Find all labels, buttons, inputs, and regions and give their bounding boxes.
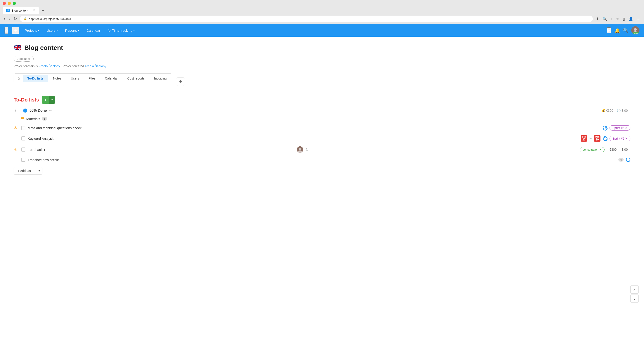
traffic-light-red[interactable] (3, 2, 6, 5)
consultation-close-icon[interactable]: ✕ (599, 148, 602, 151)
bookmark-icon[interactable]: ☆ (615, 16, 620, 22)
task-name[interactable]: Meta and technical questions check (28, 126, 600, 130)
forward-button[interactable]: › (8, 16, 11, 22)
refresh-button[interactable]: ↻ (13, 15, 18, 22)
task-name[interactable]: Translate new article (28, 158, 616, 162)
task-checkbox[interactable] (21, 158, 26, 162)
task-cost: €300 (610, 148, 616, 151)
sprint-badge[interactable]: Sprint #5 ✕ (610, 136, 630, 141)
download-icon[interactable]: ⬇ (595, 16, 600, 22)
lock-icon: 🔒 (24, 17, 27, 20)
created-link[interactable]: Freelo Šablony (85, 64, 106, 68)
back-button[interactable]: ‹ (3, 16, 6, 22)
traffic-light-green[interactable] (13, 2, 16, 5)
project-settings-button[interactable]: ⚙ (176, 77, 185, 86)
materials-icon: ☰ (21, 116, 24, 121)
feedback-avatar (297, 146, 303, 153)
warning-icon: ⚠ (14, 147, 19, 152)
status-dot (23, 108, 27, 113)
add-task-button[interactable]: + Add task (14, 167, 36, 175)
add-task-dropdown-button[interactable]: ▾ (36, 167, 42, 175)
nav-projects[interactable]: Projects ▾ (23, 25, 41, 36)
plus-icon: + (14, 27, 17, 33)
date-arrow-icon: → (589, 137, 592, 140)
address-bar[interactable]: 🔒 app.freelo.io/project/75353?dr=1 (20, 16, 593, 22)
todo-cost: 💰 €300 (601, 109, 613, 112)
date-from-badge: Dec 27 (581, 135, 587, 142)
play-icon: ▶ (607, 28, 610, 33)
share-icon[interactable]: ↑ (610, 16, 614, 22)
nav-reports[interactable]: Reports ▾ (63, 25, 81, 36)
zoom-icon[interactable]: 🔍 (602, 16, 608, 22)
add-label-button[interactable]: Add label (14, 56, 34, 62)
captain-link[interactable]: Freelo Šablony (39, 64, 60, 68)
svg-point-4 (604, 137, 607, 141)
sprint-badge[interactable]: Sprint #6 ✕ (610, 125, 630, 130)
warning-icon: ⚠ (14, 125, 19, 130)
traffic-light-yellow[interactable] (8, 2, 11, 5)
settings-icon: ⚙ (179, 80, 182, 84)
tab-files[interactable]: Files (84, 75, 100, 82)
sprint-close-icon[interactable]: ✕ (625, 137, 628, 140)
profile-icon[interactable]: 👤 (628, 16, 634, 22)
refresh-icon[interactable]: ↻ (306, 147, 308, 152)
sprint-close-icon[interactable]: ✕ (625, 126, 628, 130)
tab-cost-reports[interactable]: Cost reports (123, 75, 149, 82)
nav-calendar[interactable]: Calendar (84, 25, 102, 36)
task-checkbox[interactable] (21, 147, 26, 152)
task-status-circle[interactable] (603, 136, 607, 141)
tab-title: Blog content (12, 9, 28, 12)
home-button[interactable]: ⌂ (4, 27, 8, 34)
task-name[interactable]: Feedback 1 (28, 148, 294, 152)
play-button[interactable]: ▶ (607, 27, 611, 33)
new-tab-button[interactable]: + (40, 7, 46, 14)
tab-todo-lists[interactable]: To-Do lists (23, 75, 48, 82)
home-icon: ⌂ (5, 27, 8, 33)
extensions-icon[interactable]: ⋯ (636, 16, 641, 22)
trial-badge: TRIAL (633, 32, 640, 34)
url-text: app.freelo.io/project/75353?dr=1 (29, 17, 72, 21)
add-todo-list-button[interactable]: + (42, 96, 49, 104)
cost-icon: 💰 (601, 109, 605, 112)
project-tabs: ⌂ To-Do lists Notes Users Files Calendar… (14, 73, 172, 83)
chevron-down-icon: ∨ (633, 297, 636, 301)
tab-home[interactable]: ⌂ (15, 74, 22, 82)
edit-icon[interactable]: ✏ (49, 109, 52, 112)
loading-circle-icon (626, 157, 630, 162)
time-icon: 🕐 (617, 109, 621, 112)
nav-users[interactable]: Users ▾ (45, 25, 60, 36)
task-checkbox[interactable] (21, 126, 26, 130)
scroll-up-button[interactable]: ∧ (630, 286, 638, 294)
task-name[interactable]: Keyword Analysis (28, 137, 578, 140)
add-todo-dropdown-button[interactable]: ▾ (49, 96, 55, 104)
sidebar-toggle-icon[interactable]: ▯ (622, 16, 626, 22)
chevron-down-icon: ▾ (56, 29, 58, 32)
tab-users[interactable]: Users (66, 75, 84, 82)
scroll-down-button[interactable]: ∨ (630, 295, 638, 303)
feedback-task-row: ⚠ Feedback 1 ↻ consultation ✕ €300 (14, 144, 630, 155)
materials-label[interactable]: Materials (26, 117, 40, 121)
task-checkbox[interactable] (21, 136, 26, 140)
task-count-badge: 4 (618, 158, 624, 162)
tab-close-button[interactable]: ✕ (33, 8, 35, 12)
global-add-button[interactable]: + (12, 27, 19, 34)
active-browser-tab[interactable]: B Blog content ✕ (3, 7, 39, 14)
consultation-badge[interactable]: consultation ✕ (580, 147, 604, 152)
notifications-button[interactable]: 🔔 (614, 28, 620, 33)
drag-handle-icon[interactable]: ⋮⋮ (14, 108, 21, 113)
todo-time: 🕐 3:00 h (617, 109, 630, 112)
task-status-circle[interactable] (603, 126, 607, 130)
todo-list-title[interactable]: 50% Done (30, 108, 47, 113)
tab-notes[interactable]: Notes (48, 75, 66, 82)
todo-list-item: ⋮⋮ 50% Done ✏ 💰 €300 🕐 3:00 h ☰ (14, 108, 630, 175)
materials-count-badge: 1 (42, 117, 47, 120)
clock-icon: ⏱ (108, 28, 111, 32)
tab-invoicing[interactable]: Invoicing (150, 75, 171, 82)
nav-time-tracking[interactable]: ⏱ Time tracking ▾ (106, 25, 136, 36)
chevron-down-icon: ▾ (78, 29, 79, 32)
user-avatar[interactable]: TRIAL (631, 26, 640, 34)
todo-section-title: To-Do lists (14, 97, 39, 103)
search-button[interactable]: 🔍 (623, 28, 628, 33)
chevron-down-icon: ▾ (38, 29, 39, 32)
tab-calendar[interactable]: Calendar (100, 75, 122, 82)
